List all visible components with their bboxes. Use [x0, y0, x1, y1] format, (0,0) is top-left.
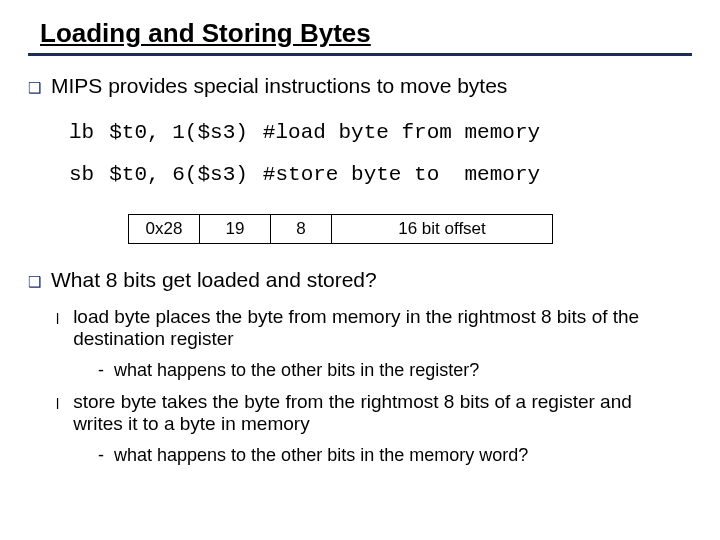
table-row: 0x28 19 8 16 bit offset [129, 214, 553, 243]
opcode-field: 0x28 [129, 214, 200, 243]
sub-sub-bullet-loadbyte-q: - what happens to the other bits in the … [98, 360, 692, 381]
sub-sub-text: what happens to the other bits in the re… [114, 360, 479, 381]
sub-bullet-icon: l [56, 396, 59, 412]
rt-field: 8 [271, 214, 332, 243]
sub-text: store byte takes the byte from the right… [73, 391, 663, 435]
intro-text: MIPS provides special instructions to mo… [51, 74, 507, 98]
dash-bullet-icon: - [98, 445, 104, 466]
code-comment: #load byte from memory [262, 112, 554, 154]
square-bullet-icon: ❑ [28, 273, 41, 291]
bullet-intro: ❑ MIPS provides special instructions to … [28, 74, 692, 98]
dash-bullet-icon: - [98, 360, 104, 381]
instruction-encoding: 0x28 19 8 16 bit offset [128, 214, 692, 244]
sub-sub-text: what happens to the other bits in the me… [114, 445, 528, 466]
sub-bullet-loadbyte: l load byte places the byte from memory … [56, 306, 692, 350]
sub-bullet-storebyte: l store byte takes the byte from the rig… [56, 391, 692, 435]
code-args: $t0, 6($s3) [108, 154, 262, 196]
code-example-table: lb $t0, 1($s3) #load byte from memory sb… [68, 112, 554, 196]
sub-bullet-icon: l [56, 311, 59, 327]
page-title: Loading and Storing Bytes [28, 18, 371, 48]
code-comment: #store byte to memory [262, 154, 554, 196]
rs-field: 19 [200, 214, 271, 243]
sub-text: load byte places the byte from memory in… [73, 306, 663, 350]
square-bullet-icon: ❑ [28, 79, 41, 97]
table-row: lb $t0, 1($s3) #load byte from memory [68, 112, 554, 154]
bullet-question: ❑ What 8 bits get loaded and stored? [28, 268, 692, 292]
code-op: lb [68, 112, 108, 154]
code-args: $t0, 1($s3) [108, 112, 262, 154]
table-row: sb $t0, 6($s3) #store byte to memory [68, 154, 554, 196]
title-container: Loading and Storing Bytes [28, 18, 692, 56]
code-op: sb [68, 154, 108, 196]
offset-field: 16 bit offset [332, 214, 553, 243]
sub-sub-bullet-storebyte-q: - what happens to the other bits in the … [98, 445, 692, 466]
question-text: What 8 bits get loaded and stored? [51, 268, 377, 292]
